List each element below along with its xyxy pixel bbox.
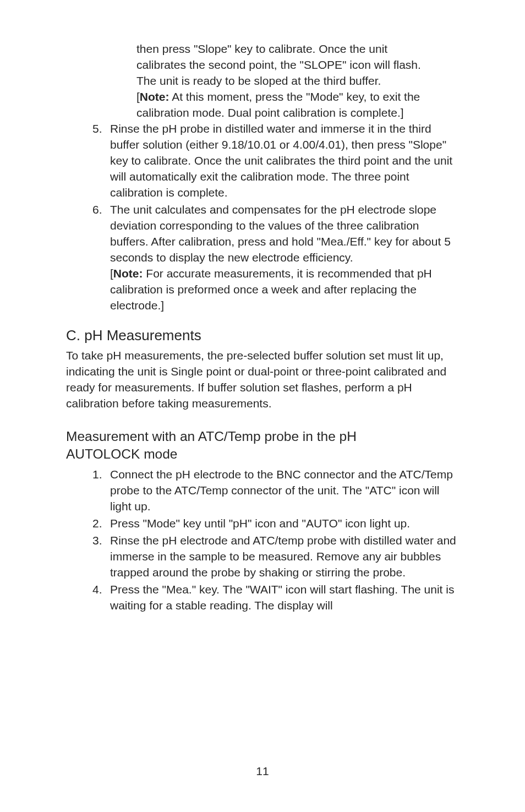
- list-text: Rinse the pH electrode and ATC/temp prob…: [105, 532, 459, 580]
- continuation-line: then press "Slope" key to calibrate. Onc…: [136, 42, 387, 55]
- continuation-line: calibrates the second point, the "SLOPE"…: [136, 58, 421, 71]
- note-text: At this moment, press the "Mode" key, to…: [136, 90, 420, 119]
- list-text: The unit calculates and compensates for …: [110, 203, 451, 264]
- list-text: Rinse the pH probe in distilled water an…: [105, 121, 459, 200]
- list-number: 5.: [66, 121, 105, 200]
- list-number: 4.: [66, 581, 105, 613]
- heading-line: AUTOLOCK mode: [66, 446, 177, 461]
- list-number: 3.: [66, 532, 105, 580]
- list-number: 6.: [66, 201, 105, 313]
- continuation-text: then press "Slope" key to calibrate. Onc…: [136, 41, 459, 121]
- continuation-line: The unit is ready to be sloped at the th…: [136, 74, 381, 87]
- section-heading-c: C. pH Measurements: [66, 326, 459, 344]
- heading-line: Measurement with an ATC/Temp probe in th…: [66, 429, 357, 444]
- list-item: 2. Press "Mode" key until "pH" icon and …: [66, 515, 459, 531]
- section-heading-measure: Measurement with an ATC/Temp probe in th…: [66, 428, 459, 463]
- note-label: Note:: [113, 267, 143, 280]
- list-item: 6. The unit calculates and compensates f…: [66, 201, 459, 313]
- section-paragraph: To take pH measurements, the pre-selecte…: [66, 347, 459, 411]
- note-label: Note:: [140, 90, 169, 103]
- list-item: 5. Rinse the pH probe in distilled water…: [66, 121, 459, 200]
- list-number: 2.: [66, 515, 105, 531]
- list-item: 3. Rinse the pH electrode and ATC/temp p…: [66, 532, 459, 580]
- list-text: Press "Mode" key until "pH" icon and "AU…: [105, 515, 459, 531]
- document-page: then press "Slope" key to calibrate. Onc…: [0, 0, 525, 812]
- list-number: 1.: [66, 466, 105, 514]
- list-item: 1. Connect the pH electrode to the BNC c…: [66, 466, 459, 514]
- list-item: 4. Press the "Mea." key. The "WAIT" icon…: [66, 581, 459, 613]
- list-text: Press the "Mea." key. The "WAIT" icon wi…: [105, 581, 459, 613]
- page-number: 11: [0, 765, 525, 778]
- list-text-wrap: The unit calculates and compensates for …: [105, 201, 459, 313]
- list-text: Connect the pH electrode to the BNC conn…: [105, 466, 459, 514]
- note-text: For accurate measurements, it is recomme…: [110, 267, 432, 312]
